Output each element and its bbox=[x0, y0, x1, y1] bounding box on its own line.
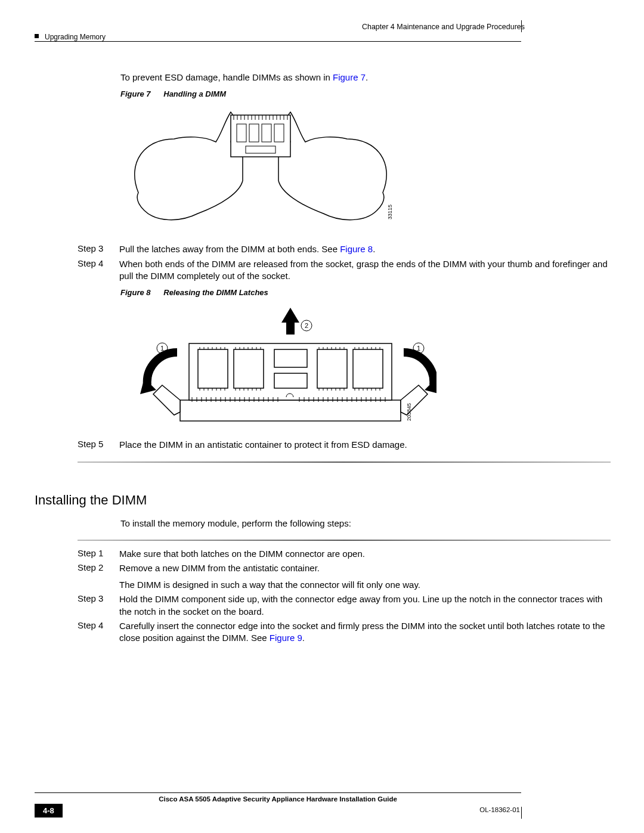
svg-rect-65 bbox=[198, 349, 228, 388]
step-text: Hold the DIMM component side up, with th… bbox=[119, 593, 611, 618]
page-footer: Cisco ASA 5505 Adaptive Security Applian… bbox=[35, 792, 521, 817]
svg-rect-68 bbox=[353, 349, 383, 388]
step-row: Step 3 Hold the DIMM component side up, … bbox=[78, 593, 611, 618]
svg-rect-66 bbox=[234, 349, 264, 388]
svg-rect-25 bbox=[180, 400, 401, 421]
step-label: Step 5 bbox=[78, 439, 119, 451]
figure-8-link[interactable]: Figure 8 bbox=[340, 244, 373, 254]
step-row: Step 2 Remove a new DIMM from the antist… bbox=[78, 562, 611, 592]
step-text: When both ends of the DIMM are released … bbox=[119, 258, 611, 283]
page-number: 4-8 bbox=[35, 804, 63, 817]
figure-9-link[interactable]: Figure 9 bbox=[270, 633, 302, 643]
header-rule bbox=[35, 41, 521, 42]
step-text: Remove a new DIMM from the antistatic co… bbox=[119, 562, 611, 592]
figure-8-image: 2 1 1 bbox=[120, 302, 611, 433]
intro-text-suffix: . bbox=[366, 72, 368, 82]
step-row: Step 5 Place the DIMM in an antistatic c… bbox=[78, 439, 611, 451]
figure-8-caption: Figure 8 Releasing the DIMM Latches bbox=[120, 288, 611, 297]
figure-7-id: 33115 bbox=[387, 205, 393, 219]
corner-mark-bottom bbox=[521, 807, 522, 819]
svg-rect-19 bbox=[262, 124, 271, 142]
figure-7-title: Handling a DIMM bbox=[163, 89, 226, 98]
svg-rect-21 bbox=[246, 146, 275, 153]
step-text: Make sure that both latches on the DIMM … bbox=[119, 548, 611, 560]
procedure-separator bbox=[78, 540, 611, 541]
intro-text-prefix: To prevent ESD damage, handle DIMMs as s… bbox=[120, 72, 333, 82]
intro-paragraph: To prevent ESD damage, handle DIMMs as s… bbox=[120, 72, 611, 83]
callout-2: 2 bbox=[305, 322, 308, 329]
callout-1-right: 1 bbox=[417, 345, 420, 352]
figure-8-id: 203845 bbox=[406, 403, 412, 421]
step-text: Pull the latches away from the DIMM at b… bbox=[119, 243, 611, 255]
step-row: Step 3 Pull the latches away from the DI… bbox=[78, 243, 611, 255]
step-label: Step 3 bbox=[78, 243, 119, 255]
header-chapter: Chapter 4 Maintenance and Upgrade Proced… bbox=[362, 23, 525, 31]
step-text: Place the DIMM in an antistatic containe… bbox=[119, 439, 611, 451]
svg-rect-70 bbox=[274, 373, 307, 388]
figure-7-caption: Figure 7 Handling a DIMM bbox=[120, 89, 611, 98]
figure-7-label: Figure 7 bbox=[120, 89, 151, 98]
step-label: Step 4 bbox=[78, 620, 119, 645]
svg-rect-69 bbox=[274, 349, 307, 367]
svg-rect-17 bbox=[237, 124, 246, 142]
step-label: Step 4 bbox=[78, 258, 119, 283]
svg-rect-18 bbox=[249, 124, 259, 142]
page-content: To prevent ESD damage, handle DIMMs as s… bbox=[78, 72, 611, 646]
step-row: Step 4 Carefully insert the connector ed… bbox=[78, 620, 611, 645]
callout-1-left: 1 bbox=[160, 345, 164, 352]
step-label: Step 2 bbox=[78, 562, 119, 592]
step-label: Step 3 bbox=[78, 593, 119, 618]
svg-rect-67 bbox=[317, 349, 347, 388]
footer-doc-id: OL-18362-01 bbox=[478, 804, 521, 817]
step-row: Step 1 Make sure that both latches on th… bbox=[78, 548, 611, 560]
header-bullet-icon bbox=[35, 34, 39, 38]
figure-8-label: Figure 8 bbox=[120, 288, 151, 297]
header-section: Upgrading Memory bbox=[45, 33, 106, 41]
section-heading-installing: Installing the DIMM bbox=[35, 493, 611, 508]
step-text: Carefully insert the connector edge into… bbox=[119, 620, 611, 645]
install-intro: To install the memory module, perform th… bbox=[120, 518, 611, 529]
svg-rect-20 bbox=[274, 124, 284, 142]
footer-doc-title: Cisco ASA 5505 Adaptive Security Applian… bbox=[35, 794, 521, 804]
procedure-separator bbox=[78, 462, 611, 463]
figure-8-title: Releasing the DIMM Latches bbox=[163, 288, 268, 297]
figure-7-image: 33115 bbox=[120, 103, 611, 237]
figure-7-link[interactable]: Figure 7 bbox=[333, 72, 366, 82]
step-row: Step 4 When both ends of the DIMM are re… bbox=[78, 258, 611, 283]
step-label: Step 1 bbox=[78, 548, 119, 560]
